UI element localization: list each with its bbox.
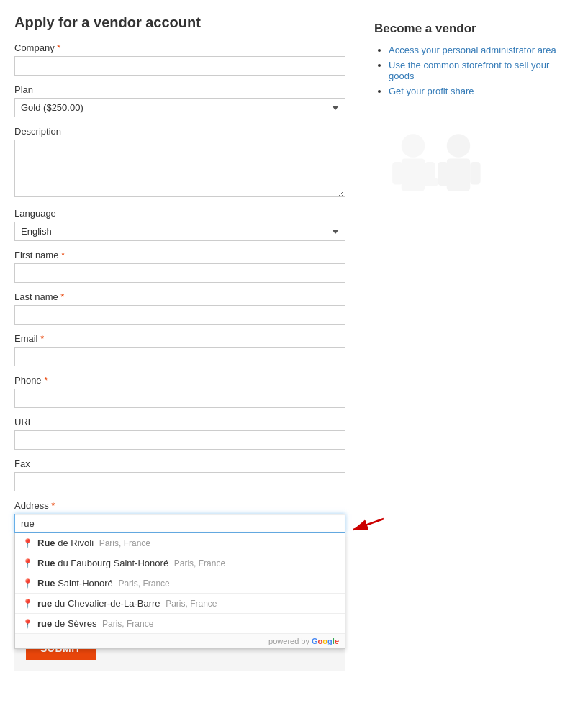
plan-label: Plan: [14, 84, 345, 95]
description-group: Description: [14, 126, 345, 199]
fax-group: Fax: [14, 458, 345, 491]
autocomplete-text-2: Rue du Faubourg Saint-Honoré Paris, Fran…: [37, 558, 225, 568]
firstname-group: First name *: [14, 250, 345, 283]
company-input[interactable]: [14, 56, 345, 76]
fax-label: Fax: [14, 458, 345, 469]
page-title: Apply for a vendor account: [14, 14, 345, 31]
language-group: Language English: [14, 208, 345, 241]
google-g-red2: e: [335, 637, 339, 645]
svg-point-6: [447, 134, 470, 157]
pin-icon-3: 📍: [22, 578, 33, 589]
firstname-label: First name *: [14, 250, 345, 260]
autocomplete-text-1: Rue de Rivoli Paris, France: [37, 537, 150, 548]
pin-icon-2: 📍: [22, 558, 33, 568]
lastname-input[interactable]: [14, 305, 345, 324]
svg-rect-10: [420, 178, 439, 186]
sidebar-link-2[interactable]: Use the common storefront to sell your g…: [389, 60, 549, 81]
url-input[interactable]: [14, 430, 345, 450]
svg-rect-4: [392, 162, 402, 185]
sidebar-bullet-3: Get your profit share: [389, 86, 574, 96]
sidebar-bullet-1: Access your personal administrator area: [389, 45, 574, 55]
address-input[interactable]: [14, 514, 345, 533]
svg-point-2: [402, 134, 425, 157]
lastname-required: *: [58, 291, 65, 302]
address-wrapper: 📍 Rue de Rivoli Paris, France 📍 Rue du F…: [14, 514, 345, 533]
email-required: *: [38, 333, 45, 344]
address-label: Address *: [14, 500, 345, 511]
phone-input[interactable]: [14, 389, 345, 408]
phone-label: Phone *: [14, 375, 345, 386]
url-group: URL: [14, 417, 345, 450]
lastname-label: Last name *: [14, 291, 345, 302]
form-section: Apply for a vendor account Company * Pla…: [14, 14, 345, 671]
svg-line-1: [353, 519, 384, 530]
language-label: Language: [14, 208, 345, 219]
svg-rect-3: [402, 159, 425, 191]
google-g-blue: G: [312, 637, 318, 645]
page-container: Apply for a vendor account Company * Pla…: [14, 14, 574, 671]
fax-input[interactable]: [14, 472, 345, 491]
pin-icon-4: 📍: [22, 599, 33, 609]
autocomplete-item[interactable]: 📍 Rue de Rivoli Paris, France: [15, 533, 345, 553]
red-arrow-icon: [348, 515, 387, 538]
svg-rect-11: [438, 178, 457, 186]
autocomplete-item-3[interactable]: 📍 Rue Saint-Honoré Paris, France: [15, 573, 345, 594]
plan-group: Plan Gold ($250.00): [14, 84, 345, 117]
sidebar-link-1[interactable]: Access your personal administrator area: [389, 45, 556, 55]
powered-by: powered by Google: [15, 634, 345, 648]
firstname-input[interactable]: [14, 263, 345, 283]
company-label: Company *: [14, 42, 345, 53]
sidebar-section: Become a vendor Access your personal adm…: [374, 14, 574, 671]
vendor-illustration: [374, 118, 504, 219]
autocomplete-item-4[interactable]: 📍 rue du Chevalier-de-La-Barre Paris, Fr…: [15, 594, 345, 614]
autocomplete-item-2[interactable]: 📍 Rue du Faubourg Saint-Honoré Paris, Fr…: [15, 553, 345, 573]
description-label: Description: [14, 126, 345, 137]
pin-icon-5: 📍: [22, 619, 33, 629]
autocomplete-item-5[interactable]: 📍 rue de Sèvres Paris, France: [15, 614, 345, 634]
plan-select[interactable]: Gold ($250.00): [14, 98, 345, 117]
firstname-required: *: [58, 250, 65, 260]
autocomplete-dropdown: 📍 Rue de Rivoli Paris, France 📍 Rue du F…: [14, 533, 345, 649]
company-required: *: [55, 42, 61, 53]
sidebar-bullet-2: Use the common storefront to sell your g…: [389, 60, 574, 81]
email-group: Email *: [14, 333, 345, 366]
company-group: Company *: [14, 42, 345, 76]
google-g-blue2: g: [327, 637, 333, 645]
email-input[interactable]: [14, 347, 345, 366]
address-group: Address * 📍 Rue de Rivoli Paris: [14, 500, 345, 533]
autocomplete-text-4: rue du Chevalier-de-La-Barre Paris, Fran…: [37, 598, 217, 609]
phone-required: *: [42, 375, 48, 386]
description-textarea[interactable]: [14, 140, 345, 197]
language-select[interactable]: English: [14, 222, 345, 241]
svg-rect-9: [470, 162, 480, 185]
address-required: *: [49, 500, 55, 511]
url-label: URL: [14, 417, 345, 427]
pin-icon-1: 📍: [22, 538, 33, 548]
sidebar-bullets: Access your personal administrator area …: [374, 45, 574, 96]
svg-rect-7: [447, 159, 470, 191]
sidebar-title: Become a vendor: [374, 22, 574, 36]
autocomplete-text-3: Rue Saint-Honoré Paris, France: [37, 578, 170, 589]
lastname-group: Last name *: [14, 291, 345, 324]
sidebar-link-3[interactable]: Get your profit share: [389, 86, 474, 96]
email-label: Email *: [14, 333, 345, 344]
phone-group: Phone *: [14, 375, 345, 408]
autocomplete-text-5: rue de Sèvres Paris, France: [37, 618, 153, 629]
